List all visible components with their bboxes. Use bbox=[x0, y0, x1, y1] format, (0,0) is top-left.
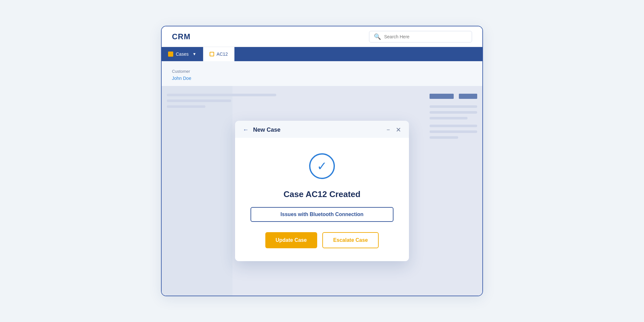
modal-actions: Update Case Escalate Case bbox=[265, 232, 379, 248]
cases-nav-icon bbox=[168, 52, 173, 57]
success-icon-circle: ✓ bbox=[309, 153, 335, 179]
case-issue-badge: Issues with Bluetooth Connection bbox=[251, 207, 393, 222]
customer-label: Customer bbox=[172, 69, 472, 74]
modal-title: New Case bbox=[253, 127, 383, 133]
navbar: Cases ▼ AC12 bbox=[162, 47, 482, 61]
search-container[interactable]: 🔍 bbox=[369, 31, 472, 43]
nav-cases-item[interactable]: Cases ▼ bbox=[162, 47, 203, 61]
checkmark-icon: ✓ bbox=[317, 160, 327, 172]
tab-icon bbox=[210, 52, 214, 56]
content-body: ← New Case − ✕ ✓ Case AC12 Created Issue… bbox=[162, 86, 482, 296]
customer-value[interactable]: John Doe bbox=[172, 76, 472, 81]
modal-overlay: ← New Case − ✕ ✓ Case AC12 Created Issue… bbox=[162, 86, 482, 296]
modal-minimize-button[interactable]: − bbox=[386, 127, 390, 133]
chevron-down-icon: ▼ bbox=[193, 52, 196, 56]
modal-body: ✓ Case AC12 Created Issues with Bluetoot… bbox=[235, 138, 409, 261]
escalate-case-button[interactable]: Escalate Case bbox=[322, 232, 379, 248]
modal-header: ← New Case − ✕ bbox=[235, 121, 409, 138]
app-logo: CRM bbox=[172, 32, 191, 41]
modal-back-button[interactable]: ← bbox=[243, 127, 249, 133]
tab-label: AC12 bbox=[217, 52, 228, 57]
content-area: Customer John Doe bbox=[162, 61, 482, 296]
nav-tab-ac12[interactable]: AC12 bbox=[203, 47, 234, 61]
search-input[interactable] bbox=[384, 34, 467, 39]
cases-nav-label: Cases bbox=[176, 52, 189, 57]
search-icon: 🔍 bbox=[374, 33, 381, 40]
header: CRM 🔍 bbox=[162, 26, 482, 47]
new-case-modal: ← New Case − ✕ ✓ Case AC12 Created Issue… bbox=[235, 121, 409, 261]
update-case-button[interactable]: Update Case bbox=[265, 232, 317, 248]
app-window: CRM 🔍 Cases ▼ AC12 Customer John Doe bbox=[161, 26, 483, 296]
modal-close-button[interactable]: ✕ bbox=[396, 127, 401, 133]
case-created-title: Case AC12 Created bbox=[284, 189, 361, 199]
page-section: Customer John Doe bbox=[162, 61, 482, 86]
